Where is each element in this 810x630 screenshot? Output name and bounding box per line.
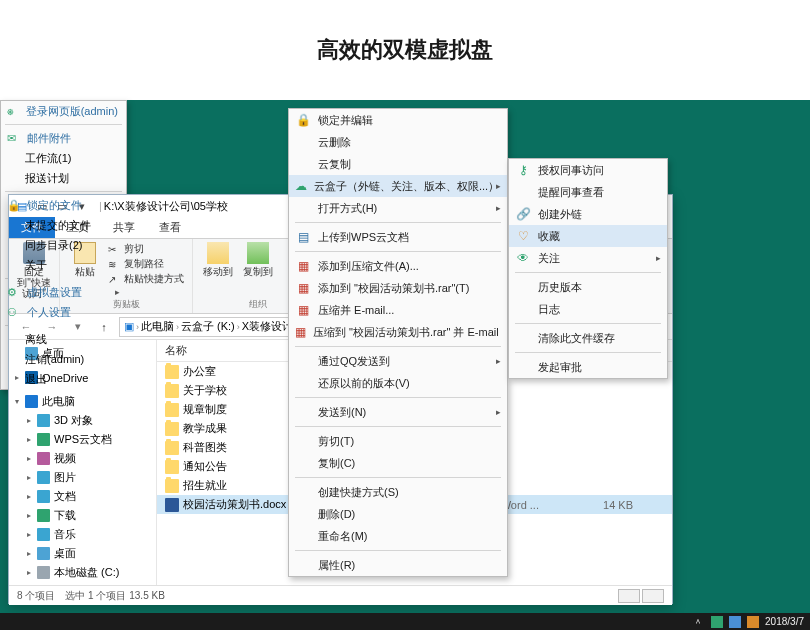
banner-title: 高效的双模虚拟盘 — [317, 35, 493, 65]
nav-thispc[interactable]: ▾此电脑 — [9, 392, 156, 411]
sm-log[interactable]: 日志 — [509, 298, 667, 320]
cloudbox-submenu[interactable]: ⚷授权同事访问 提醒同事查看 🔗创建外链 ♡收藏 👁关注 历史版本 日志 清除此… — [508, 158, 668, 379]
mi-delete[interactable]: 删除(D) — [289, 503, 507, 525]
tm-vdisk-settings[interactable]: ⚙虚拟盘设置 — [1, 282, 126, 302]
status-items: 8 个项目 — [17, 589, 55, 603]
tm-offline[interactable]: 离线 — [1, 329, 126, 349]
tm-about[interactable]: 关于 — [1, 255, 126, 275]
move-to-button[interactable]: 移动到 — [201, 242, 235, 277]
mi-cloud-copy[interactable]: 云复制 — [289, 153, 507, 175]
mi-copy[interactable]: 复制(C) — [289, 452, 507, 474]
mi-restore-prev[interactable]: 还原以前的版本(V) — [289, 372, 507, 394]
wps-icon: ▤ — [295, 229, 311, 245]
mi-cloud-del[interactable]: 云删除 — [289, 131, 507, 153]
nav-3dobjects[interactable]: ▸3D 对象 — [9, 411, 156, 430]
status-selected: 选中 1 个项目 13.5 KB — [65, 589, 164, 603]
tm-sync-dirs[interactable]: 同步目录(2) — [1, 235, 126, 255]
tm-exit[interactable]: 退出 — [1, 369, 126, 389]
tm-mail-attach[interactable]: ✉邮件附件 — [1, 128, 126, 148]
mi-add-rar[interactable]: ▦添加到 "校园活动策划书.rar"(T) — [289, 277, 507, 299]
link-icon: 🔗 — [515, 206, 531, 222]
view-details-button[interactable] — [618, 589, 640, 603]
nav-pictures[interactable]: ▸图片 — [9, 468, 156, 487]
gear-icon: ⚙ — [7, 286, 21, 299]
folder-icon — [165, 460, 179, 474]
eye-icon: 👁 — [515, 250, 531, 266]
nav-softd[interactable]: ▸软件 (D:) — [9, 582, 156, 585]
lock-icon: 🔒 — [7, 199, 21, 212]
mi-cut[interactable]: 剪切(T) — [289, 430, 507, 452]
key-icon: ⚷ — [515, 162, 531, 178]
tray-app1-icon[interactable] — [711, 616, 723, 628]
crumb[interactable]: 云盒子 (K:) — [181, 319, 235, 334]
docx-icon — [165, 498, 179, 512]
sm-create-link[interactable]: 🔗创建外链 — [509, 203, 667, 225]
folder-icon — [165, 403, 179, 417]
rar-icon: ▦ — [295, 280, 311, 296]
globe-icon: ⎈ — [7, 105, 20, 117]
mail-icon: ✉ — [7, 132, 21, 145]
tray-menu[interactable]: ⎈登录网页版(admin) ✉邮件附件 工作流(1) 报送计划 🔒锁定的文件 未… — [0, 100, 127, 390]
mi-send-to[interactable]: 发送到(N) — [289, 401, 507, 423]
desktop-bg: ▤ ▭ ▭ ▾ | K:\X装修设计公司\05学校 × 文件 主页 共享 查看 … — [0, 100, 810, 613]
folder-icon — [165, 384, 179, 398]
tm-locked-files[interactable]: 🔒锁定的文件 — [1, 195, 126, 215]
mi-cloud-box[interactable]: ☁云盒子（外链、关注、版本、权限...） — [289, 175, 507, 197]
nav-localc[interactable]: ▸本地磁盘 (C:) — [9, 563, 156, 582]
mi-lock-edit[interactable]: 🔒锁定并编辑 — [289, 109, 507, 131]
tray-app2-icon[interactable] — [729, 616, 741, 628]
mi-properties[interactable]: 属性(R) — [289, 554, 507, 576]
heart-icon: ♡ — [515, 228, 531, 244]
rar-icon: ▦ — [295, 324, 306, 340]
sm-start-approval[interactable]: 发起审批 — [509, 356, 667, 378]
tray-app3-icon[interactable] — [747, 616, 759, 628]
mi-upload-wps[interactable]: ▤上传到WPS云文档 — [289, 226, 507, 248]
nav-wps[interactable]: ▸WPS云文档 — [9, 430, 156, 449]
tm-workflow[interactable]: 工作流(1) — [1, 148, 126, 168]
rar-icon: ▦ — [295, 302, 311, 318]
sm-remind[interactable]: 提醒同事查看 — [509, 181, 667, 203]
moveto-icon — [207, 242, 229, 264]
sm-clear-cache[interactable]: 清除此文件缓存 — [509, 327, 667, 349]
context-menu[interactable]: 🔒锁定并编辑 云删除 云复制 ☁云盒子（外链、关注、版本、权限...） 打开方式… — [288, 108, 508, 577]
copyto-icon — [247, 242, 269, 264]
crumb[interactable]: 此电脑 — [141, 319, 174, 334]
tab-view[interactable]: 查看 — [147, 217, 193, 238]
cloud-icon: ☁ — [295, 178, 307, 194]
sm-history[interactable]: 历史版本 — [509, 276, 667, 298]
tm-personal-settings[interactable]: ⚇个人设置 — [1, 302, 126, 322]
tm-report-plan[interactable]: 报送计划 — [1, 168, 126, 188]
mi-shortcut[interactable]: 创建快捷方式(S) — [289, 481, 507, 503]
nav-downloads[interactable]: ▸下载 — [9, 506, 156, 525]
nav-music[interactable]: ▸音乐 — [9, 525, 156, 544]
nav-videos[interactable]: ▸视频 — [9, 449, 156, 468]
lock-icon: 🔒 — [295, 112, 311, 128]
tm-login-web[interactable]: ⎈登录网页版(admin) — [1, 101, 126, 121]
mi-open-with[interactable]: 打开方式(H) — [289, 197, 507, 219]
page-banner: 高效的双模虚拟盘 — [0, 0, 810, 100]
tm-unsubmitted[interactable]: 未提交的文件 — [1, 215, 126, 235]
copy-to-button[interactable]: 复制到 — [241, 242, 275, 277]
view-icons-button[interactable] — [642, 589, 664, 603]
mi-add-archive[interactable]: ▦添加到压缩文件(A)... — [289, 255, 507, 277]
tm-logout[interactable]: 注销(admin) — [1, 349, 126, 369]
tray-date: 2018/3/7 — [765, 616, 804, 627]
mi-zip-rar-email[interactable]: ▦压缩到 "校园活动策划书.rar" 并 E-mail — [289, 321, 507, 343]
rar-icon: ▦ — [295, 258, 311, 274]
user-icon: ⚇ — [7, 306, 21, 319]
folder-icon — [165, 479, 179, 493]
nav-desktop2[interactable]: ▸桌面 — [9, 544, 156, 563]
nav-documents[interactable]: ▸文档 — [9, 487, 156, 506]
mi-rename[interactable]: 重命名(M) — [289, 525, 507, 547]
sm-follow[interactable]: 👁关注 — [509, 247, 667, 269]
mi-zip-email[interactable]: ▦压缩并 E-mail... — [289, 299, 507, 321]
folder-icon — [165, 365, 179, 379]
sm-favorite[interactable]: ♡收藏 — [509, 225, 667, 247]
sm-auth[interactable]: ⚷授权同事访问 — [509, 159, 667, 181]
tray-chevron-icon[interactable]: ＾ — [693, 616, 705, 628]
mi-send-qq[interactable]: 通过QQ发送到 — [289, 350, 507, 372]
folder-icon — [165, 422, 179, 436]
file-size: 14 KB — [583, 499, 633, 511]
taskbar[interactable]: ＾ 2018/3/7 — [0, 613, 810, 630]
folder-icon — [165, 441, 179, 455]
